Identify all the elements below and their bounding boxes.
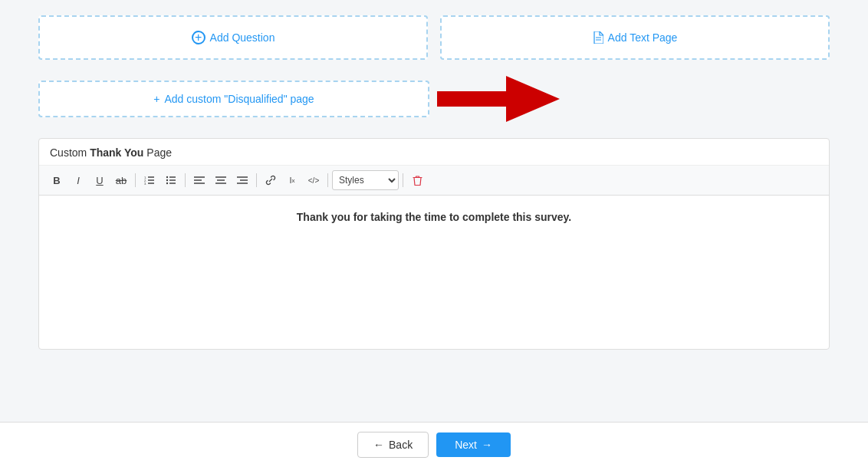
editor-area[interactable]: Thank you for taking the time to complet… <box>39 196 829 349</box>
separator-1 <box>135 173 136 187</box>
underline-button[interactable]: U <box>90 170 110 190</box>
plus-icon: + <box>192 31 205 44</box>
align-left-button[interactable] <box>189 170 209 190</box>
add-text-page-label: Add Text Page <box>608 31 678 44</box>
disqualified-label: Add custom "Disqualified" page <box>165 93 314 105</box>
unordered-list-button[interactable] <box>161 170 181 190</box>
svg-marker-2 <box>437 76 560 122</box>
delete-button[interactable] <box>407 170 427 190</box>
ordered-list-button[interactable]: 1. 2. 3. <box>140 170 159 190</box>
add-question-button[interactable]: + Add Question <box>38 15 428 60</box>
main-content: + Add Question Add Text Page + Add custo… <box>0 0 868 422</box>
svg-point-14 <box>166 183 168 184</box>
align-right-button[interactable] <box>232 170 252 190</box>
doc-icon <box>593 31 603 44</box>
link-button[interactable] <box>261 170 281 190</box>
header-bold: Thank You <box>90 146 143 159</box>
separator-4 <box>327 173 328 187</box>
styles-select[interactable]: Styles Heading 1 Heading 2 Paragraph <box>332 170 399 190</box>
separator-2 <box>185 173 186 187</box>
svg-point-12 <box>166 176 168 178</box>
top-row: + Add Question Add Text Page <box>38 15 830 60</box>
svg-text:3.: 3. <box>144 182 146 186</box>
svg-point-13 <box>166 179 168 181</box>
header-suffix: Page <box>143 146 172 159</box>
italic-button[interactable]: I <box>68 170 88 190</box>
separator-5 <box>403 173 403 187</box>
thank-you-section: Custom Thank You Page B I U ab 1. 2. 3. <box>38 138 830 350</box>
back-arrow-icon: ← <box>373 439 384 451</box>
separator-3 <box>256 173 257 187</box>
html-button[interactable]: </> <box>304 170 324 190</box>
red-arrow-indicator <box>437 72 560 126</box>
thank-you-header: Custom Thank You Page <box>39 139 829 166</box>
editor-toolbar: B I U ab 1. 2. 3. <box>39 166 829 196</box>
next-button[interactable]: Next → <box>436 432 511 457</box>
add-disqualified-button[interactable]: + Add custom "Disqualified" page <box>38 81 429 117</box>
add-text-page-button[interactable]: Add Text Page <box>440 15 830 60</box>
back-button[interactable]: ← Back <box>357 432 429 458</box>
strikethrough-button[interactable]: ab <box>111 170 131 190</box>
header-prefix: Custom <box>50 146 90 159</box>
add-question-label: Add Question <box>210 31 275 44</box>
plus-disqualified-icon: + <box>153 93 159 105</box>
footer: ← Back Next → <box>0 422 868 467</box>
clear-formatting-button[interactable]: Ix <box>282 170 302 190</box>
back-label: Back <box>389 439 413 451</box>
next-label: Next <box>455 439 477 451</box>
editor-content: Thank you for taking the time to complet… <box>54 211 814 223</box>
next-arrow-icon: → <box>482 439 492 451</box>
bold-button[interactable]: B <box>47 170 67 190</box>
disqualified-row: + Add custom "Disqualified" page <box>38 72 830 126</box>
align-center-button[interactable] <box>211 170 231 190</box>
